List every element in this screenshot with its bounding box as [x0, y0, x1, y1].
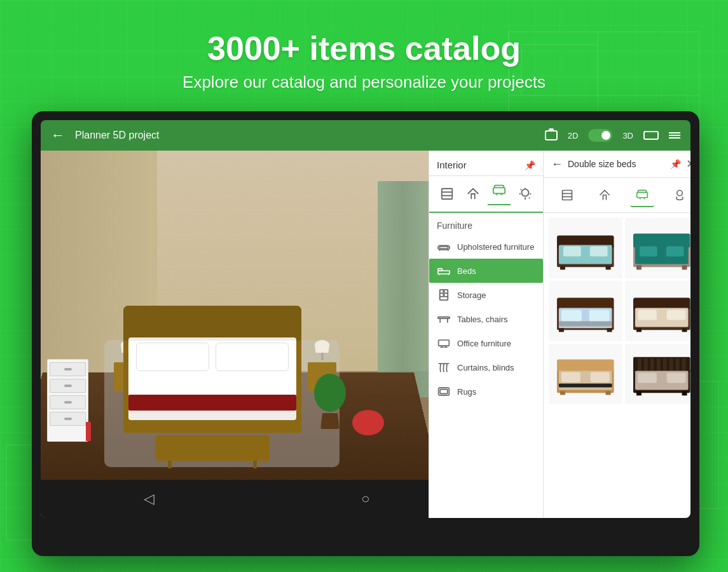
beds-panel-header: ← Double size beds 📌 ✕: [544, 151, 690, 178]
svg-rect-48: [560, 266, 565, 269]
svg-rect-82: [637, 358, 641, 371]
svg-rect-70: [636, 328, 641, 332]
svg-rect-58: [557, 298, 614, 310]
svg-rect-49: [606, 266, 611, 269]
tables-icon: [437, 314, 451, 324]
vr-icon[interactable]: [643, 131, 659, 140]
svg-rect-55: [636, 265, 641, 269]
svg-rect-39: [637, 193, 648, 198]
menu-item-office[interactable]: Office furniture: [429, 331, 543, 355]
bed-item-2[interactable]: [625, 218, 691, 278]
svg-rect-66: [633, 298, 690, 310]
camera-icon[interactable]: [545, 130, 558, 140]
svg-rect-86: [663, 358, 666, 371]
menu-item-beds[interactable]: Beds: [429, 259, 543, 283]
bed-frame: [123, 306, 301, 433]
menu-item-curtains[interactable]: Curtains, blinds: [429, 355, 543, 379]
svg-rect-35: [440, 390, 448, 394]
svg-rect-36: [563, 191, 572, 200]
beds-panel: ← Double size beds 📌 ✕: [543, 151, 690, 518]
bed-item-3[interactable]: [549, 281, 622, 341]
home-nav-button[interactable]: ○: [350, 483, 381, 515]
upholstered-label: Upholstered furniture: [457, 242, 534, 252]
interior-pin-icon[interactable]: 📌: [525, 160, 535, 170]
chair-seat: [352, 410, 384, 435]
svg-rect-85: [656, 358, 660, 371]
plant-pot: [320, 413, 340, 429]
svg-rect-87: [669, 358, 673, 371]
dresser: [47, 359, 88, 442]
svg-rect-71: [682, 328, 687, 332]
svg-rect-63: [559, 328, 564, 332]
svg-rect-62: [559, 321, 612, 326]
cat-icon-house[interactable]: [462, 182, 484, 205]
bed-bench: [155, 435, 270, 461]
beds-close-button[interactable]: ✕: [686, 157, 690, 171]
svg-rect-47: [590, 247, 608, 257]
beds-cat-house[interactable]: [593, 183, 617, 207]
curtains-icon: [437, 362, 451, 372]
bed-pillows: [136, 343, 289, 371]
menu-item-upholstered[interactable]: Upholstered furniture: [429, 235, 543, 259]
beds-back-button[interactable]: ←: [551, 158, 563, 171]
office-label: Office furniture: [457, 339, 511, 348]
back-button[interactable]: ←: [51, 127, 65, 144]
svg-rect-9: [493, 187, 505, 193]
rugs-label: Rugs: [457, 387, 476, 397]
menu-item-rugs[interactable]: Rugs: [429, 379, 543, 404]
bed-item-1[interactable]: [549, 218, 622, 278]
lamp-base-r: [321, 353, 324, 360]
lamp-shade-r: [314, 340, 330, 353]
beds-pin-icon[interactable]: 📌: [670, 159, 681, 169]
svg-rect-54: [666, 247, 683, 257]
storage-icon: [437, 290, 451, 300]
svg-rect-69: [666, 310, 685, 320]
toolbar-icons: 2D 3D: [545, 129, 680, 142]
beds-category-icons: [544, 178, 690, 213]
svg-rect-29: [439, 340, 450, 346]
beds-panel-title: Double size beds: [568, 159, 665, 169]
interior-panel: Interior 📌: [429, 151, 543, 518]
svg-rect-60: [561, 310, 582, 322]
layers-icon[interactable]: [669, 132, 680, 139]
bed-item-6[interactable]: [625, 344, 691, 404]
office-icon: [437, 338, 451, 348]
back-nav-button[interactable]: ◁: [133, 483, 165, 515]
storage-label: Storage: [457, 290, 486, 300]
bed-item-5[interactable]: [549, 344, 622, 404]
svg-rect-46: [563, 247, 581, 257]
cat-icon-outdoor[interactable]: [514, 182, 537, 205]
beds-cat-furniture[interactable]: [630, 183, 654, 207]
room-view-3d[interactable]: [41, 151, 429, 518]
svg-rect-92: [666, 373, 685, 383]
svg-rect-18: [438, 269, 443, 271]
bed-item-4[interactable]: [625, 281, 691, 341]
cat-icon-furniture[interactable]: [488, 182, 511, 205]
rugs-icon: [437, 386, 451, 397]
svg-rect-14: [439, 247, 448, 249]
drawer-4: [50, 412, 86, 426]
svg-rect-64: [607, 328, 612, 332]
svg-rect-84: [650, 358, 654, 371]
tablet-screen: ← Planner 5D project 2D 3D: [41, 120, 690, 518]
svg-rect-79: [606, 391, 611, 395]
beds-cat-outdoor[interactable]: [668, 183, 690, 207]
view-2d-label[interactable]: 2D: [568, 131, 579, 140]
hero-title: 3000+ items catalog: [207, 29, 521, 67]
svg-rect-68: [637, 310, 656, 320]
view-toggle[interactable]: [588, 129, 612, 142]
svg-point-24: [443, 291, 444, 292]
pillow-left: [136, 343, 209, 371]
interior-panel-title: Interior: [437, 160, 467, 170]
svg-rect-73: [557, 360, 614, 372]
plant: [314, 374, 346, 429]
dresser-accent: [86, 422, 91, 441]
svg-rect-53: [639, 247, 657, 257]
view-3d-label[interactable]: 3D: [622, 131, 633, 140]
menu-item-storage[interactable]: Storage: [429, 283, 543, 307]
beds-cat-floor[interactable]: [555, 183, 579, 207]
curtain: [378, 181, 429, 397]
cat-icon-floor[interactable]: [436, 182, 458, 205]
menu-item-tables[interactable]: Tables, chairs: [429, 307, 543, 331]
drawer-2: [50, 379, 86, 393]
